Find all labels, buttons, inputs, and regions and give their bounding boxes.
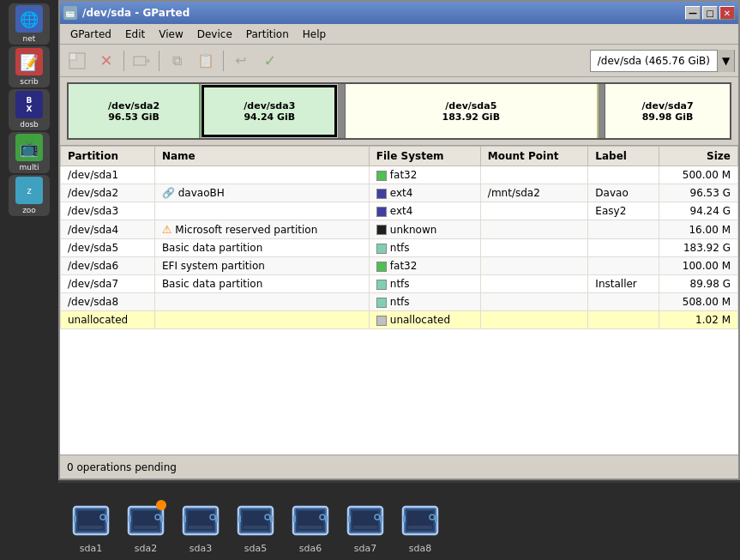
visual-divider-2 (599, 84, 605, 138)
partition-table: Partition Name File System Mount Point L… (60, 146, 738, 329)
menu-edit[interactable]: Edit (118, 27, 152, 42)
mountpoint-cell (480, 166, 588, 184)
delete-button[interactable]: ✕ (93, 48, 120, 74)
taskbar-drive-sda3[interactable]: sda3 (175, 487, 226, 556)
svg-rect-1 (69, 53, 76, 60)
disk-visual: /dev/sda2 96.53 GiB /dev/sda3 94.24 GiB … (60, 77, 738, 146)
partition-cell: /dev/sda2 (61, 184, 155, 202)
col-partition: Partition (61, 147, 155, 166)
bottom-taskbar: sda1 sda2 sda3 sda5 sda6 (0, 483, 740, 560)
taskbar-zoo[interactable]: z zoo (9, 175, 50, 216)
visual-divider-1 (338, 84, 345, 138)
operations-pending: 0 operations pending (67, 461, 177, 473)
taskbar-dosb[interactable]: BX dosb (9, 89, 50, 130)
window-controls: — □ ✕ (685, 6, 735, 20)
name-cell (154, 202, 369, 220)
partition-cell: /dev/sda5 (61, 239, 155, 257)
table-row[interactable]: /dev/sda5Basic data partitionntfs183.92 … (61, 239, 738, 257)
col-name: Name (154, 147, 369, 166)
partition-table-container[interactable]: Partition Name File System Mount Point L… (60, 146, 738, 455)
svg-rect-29 (238, 515, 241, 522)
svg-rect-36 (293, 515, 296, 522)
taskbar-net[interactable]: 🌐 net (9, 3, 50, 45)
taskbar-multi[interactable]: 📺 multi (9, 132, 50, 173)
device-label: /dev/sda (465.76 GiB) (591, 55, 717, 67)
drive-icon-sda5 (235, 500, 276, 541)
table-row[interactable]: unallocatedunallocated1.02 M (61, 311, 738, 329)
toolbar-sep-3 (223, 51, 224, 71)
apply-button[interactable]: ✓ (256, 48, 284, 74)
menu-gparted[interactable]: GParted (63, 27, 118, 42)
visual-sda5[interactable]: /dev/sda5 183.92 GiB (346, 84, 599, 138)
name-cell: 🔗 davaoBH (154, 184, 369, 202)
table-row[interactable]: /dev/sda3ext4Easy294.24 G (61, 202, 738, 220)
size-cell: 16.00 M (659, 220, 737, 239)
drive-label: sda8 (409, 543, 431, 554)
svg-rect-43 (348, 515, 351, 522)
copy-button[interactable]: ⧉ (163, 48, 190, 74)
table-row[interactable]: /dev/sda4⚠ Microsoft reserved partitionu… (61, 220, 738, 239)
visual-sda2[interactable]: /dev/sda2 96.53 GiB (69, 84, 201, 138)
svg-rect-22 (183, 515, 186, 522)
size-cell: 89.98 G (659, 275, 737, 293)
paste-button[interactable]: 📋 (192, 48, 220, 74)
drive-badge (156, 500, 166, 510)
taskbar-scrib[interactable]: 📝 scrib (9, 46, 50, 87)
table-row[interactable]: /dev/sda2🔗 davaoBHext4/mnt/sda2Davao96.5… (61, 184, 738, 202)
toolbar-sep-2 (159, 51, 159, 71)
svg-rect-20 (189, 526, 213, 529)
drive-icons: sda1 sda2 sda3 sda5 sda6 (65, 487, 446, 556)
partition-cell: /dev/sda4 (61, 220, 155, 239)
maximize-button[interactable]: □ (702, 6, 718, 20)
left-taskbar: 🌐 net 📝 scrib BX dosb 📺 multi z zoo (0, 0, 58, 560)
resize-button[interactable] (128, 48, 155, 74)
status-bar: 0 operations pending (60, 455, 738, 479)
svg-rect-6 (79, 526, 103, 529)
drive-icon-sda1 (70, 500, 111, 541)
minimize-button[interactable]: — (685, 6, 701, 20)
filesystem-cell: fat32 (369, 257, 480, 275)
filesystem-cell: ntfs (369, 239, 480, 257)
new-partition-button[interactable] (63, 48, 91, 74)
table-row[interactable]: /dev/sda1fat32500.00 M (61, 166, 738, 184)
partition-cell: /dev/sda8 (61, 293, 155, 311)
svg-rect-9 (105, 515, 108, 522)
drive-label: sda1 (80, 543, 102, 554)
label-cell (588, 239, 659, 257)
table-row[interactable]: /dev/sda7Basic data partitionntfsInstall… (61, 275, 738, 293)
taskbar-drive-sda8[interactable]: sda8 (394, 487, 446, 556)
svg-rect-30 (270, 515, 273, 522)
table-row[interactable]: /dev/sda8ntfs508.00 M (61, 293, 738, 311)
device-dropdown-arrow[interactable]: ▼ (717, 50, 734, 72)
name-cell: Basic data partition (154, 239, 369, 257)
name-cell: Basic data partition (154, 275, 369, 293)
size-cell: 94.24 G (659, 202, 737, 220)
label-cell (588, 293, 659, 311)
menu-view[interactable]: View (152, 27, 190, 42)
name-cell (154, 311, 369, 329)
partition-cell: /dev/sda3 (61, 202, 155, 220)
menu-device[interactable]: Device (190, 27, 239, 42)
drive-label: sda5 (244, 543, 267, 554)
taskbar-drive-sda1[interactable]: sda1 (65, 487, 117, 556)
taskbar-drive-sda5[interactable]: sda5 (230, 487, 281, 556)
visual-sda3[interactable]: /dev/sda3 94.24 GiB (202, 85, 337, 137)
taskbar-drive-sda2[interactable]: sda2 (120, 487, 171, 556)
taskbar-drive-sda6[interactable]: sda6 (285, 487, 336, 556)
taskbar-drive-sda7[interactable]: sda7 (340, 487, 391, 556)
label-cell (588, 166, 659, 184)
svg-rect-15 (129, 515, 131, 522)
svg-rect-13 (134, 526, 158, 529)
visual-sda7[interactable]: /dev/sda7 89.98 GiB (605, 84, 730, 138)
drive-icon-sda2 (125, 500, 166, 541)
close-button[interactable]: ✕ (719, 6, 735, 20)
menu-partition[interactable]: Partition (239, 27, 296, 42)
table-row[interactable]: /dev/sda6EFI system partitionfat32100.00… (61, 257, 738, 275)
mountpoint-cell (480, 275, 588, 293)
svg-rect-51 (435, 515, 437, 522)
svg-rect-50 (403, 515, 406, 522)
drive-icon-sda3 (180, 500, 221, 541)
undo-button[interactable]: ↩ (227, 48, 255, 74)
disk-visual-inner: /dev/sda2 96.53 GiB /dev/sda3 94.24 GiB … (67, 82, 731, 140)
menu-help[interactable]: Help (296, 27, 333, 42)
